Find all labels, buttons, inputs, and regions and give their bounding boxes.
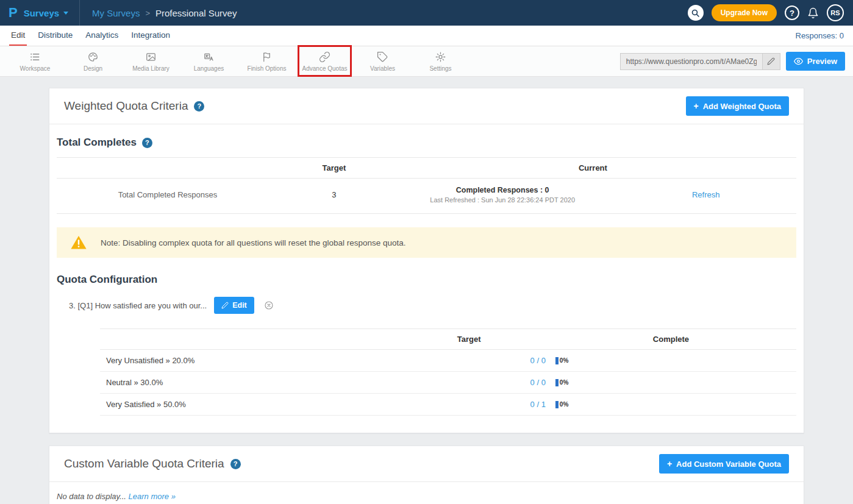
empty-state: No data to display... Learn more » xyxy=(49,482,804,504)
notifications-button[interactable] xyxy=(807,7,819,19)
edit-label: Edit xyxy=(232,301,247,310)
complete-cell: 0% xyxy=(546,357,796,364)
toolbar-item-settings[interactable]: Settings xyxy=(412,51,469,72)
main-tabs: Edit Distribute Analytics Integration Re… xyxy=(0,26,853,46)
target-value: 0 / 0 xyxy=(393,356,546,365)
page-title: Weighted Quota Criteria xyxy=(64,99,188,113)
refresh-cell: Refresh xyxy=(615,190,796,199)
weighted-quota-card: Weighted Quota Criteria ? + Add Weighted… xyxy=(49,88,804,433)
progress-bar xyxy=(555,379,559,386)
media-library-icon xyxy=(145,51,157,63)
toolbar-item-label: Advance Quotas xyxy=(302,65,348,72)
toolbar-item-advance-quotas[interactable]: Advance Quotas xyxy=(296,51,354,72)
column-target: Target xyxy=(393,335,546,344)
current-info: Completed Responses : 0 Last Refreshed :… xyxy=(390,186,616,204)
avatar[interactable]: RS xyxy=(827,4,844,21)
toolbar-item-workspace[interactable]: Workspace xyxy=(6,51,64,72)
table-row: Very Unsatisfied » 20.0% 0 / 0 0% xyxy=(100,350,796,372)
toolbar-item-design[interactable]: Design xyxy=(64,51,122,72)
pencil-square-icon xyxy=(221,302,229,309)
breadcrumb-survey-title: Professional Survey xyxy=(155,8,237,18)
toolbar-item-label: Variables xyxy=(370,65,395,72)
survey-url-field xyxy=(620,53,780,70)
workspace-icon xyxy=(29,51,41,63)
target-value: 3 xyxy=(279,190,390,199)
responses-count: Responses: 0 xyxy=(796,26,853,46)
bell-icon xyxy=(807,7,819,19)
target-value: 0 / 1 xyxy=(393,400,546,409)
languages-icon xyxy=(203,51,215,63)
custom-variable-quota-header: Custom Variable Quota Criteria ? + Add C… xyxy=(49,446,804,482)
answer-label: Neutral » 30.0% xyxy=(100,378,393,387)
learn-more-link[interactable]: Learn more » xyxy=(129,492,176,501)
answer-label: Very Unsatisfied » 20.0% xyxy=(100,356,393,365)
table-header-row: Target Complete xyxy=(100,328,796,350)
section-heading: Quota Configuration xyxy=(57,274,157,286)
tab-analytics[interactable]: Analytics xyxy=(84,26,120,46)
current-cell: Completed Responses : 0 Last Refreshed :… xyxy=(390,186,796,204)
custom-variable-quota-card: Custom Variable Quota Criteria ? + Add C… xyxy=(49,445,804,504)
tab-distribute[interactable]: Distribute xyxy=(36,26,74,46)
section-heading: Custom Variable Quota Criteria xyxy=(64,457,224,470)
quota-configuration-title: Quota Configuration xyxy=(57,274,796,286)
custom-variable-quota-title: Custom Variable Quota Criteria ? xyxy=(64,457,241,470)
questionpro-logo: P xyxy=(9,5,18,21)
help-icon[interactable]: ? xyxy=(194,101,204,112)
column-spacer xyxy=(100,335,393,344)
toolbar-item-label: Media Library xyxy=(132,65,170,72)
tab-integration[interactable]: Integration xyxy=(129,26,172,46)
toolbar-item-variables[interactable]: Variables xyxy=(354,51,412,72)
top-navbar: P Surveys My Surveys > Professional Surv… xyxy=(0,0,853,26)
question-label: 3. [Q1] How satisfied are you with our..… xyxy=(69,301,207,310)
product-name: Surveys xyxy=(24,8,59,18)
survey-url-input[interactable] xyxy=(621,54,762,69)
tab-edit[interactable]: Edit xyxy=(9,26,27,46)
eye-icon xyxy=(794,57,803,66)
toolbar-item-media-library[interactable]: Media Library xyxy=(122,51,180,72)
survey-url-group: Preview xyxy=(620,52,853,71)
column-complete: Complete xyxy=(546,335,796,344)
table-row: Total Completed Responses 3 Completed Re… xyxy=(57,179,796,214)
add-weighted-quota-button[interactable]: + Add Weighted Quota xyxy=(686,96,790,116)
quota-configuration-table: Target Complete Very Unsatisfied » 20.0%… xyxy=(100,328,796,416)
complete-cell: 0% xyxy=(546,401,796,408)
section-heading: Total Completes xyxy=(57,137,137,149)
help-button[interactable]: ? xyxy=(785,5,799,20)
toolbar-item-finish-options[interactable]: Finish Options xyxy=(238,51,296,72)
edit-url-button[interactable] xyxy=(762,54,780,69)
upgrade-button[interactable]: Upgrade Now xyxy=(712,4,777,21)
percent-value: 0% xyxy=(560,401,568,408)
caret-down-icon xyxy=(63,12,68,15)
refresh-link[interactable]: Refresh xyxy=(692,190,720,199)
progress-bar xyxy=(555,357,559,364)
search-icon xyxy=(691,9,700,18)
search-button[interactable] xyxy=(688,5,704,21)
add-custom-variable-quota-button[interactable]: + Add Custom Variable Quota xyxy=(659,454,789,474)
toolbar-item-languages[interactable]: Languages xyxy=(180,51,238,72)
complete-cell: 0% xyxy=(546,379,796,386)
advance-quotas-icon xyxy=(319,51,330,63)
total-completes-section: Total Completes ? Target Current Total C… xyxy=(49,124,804,214)
add-custom-variable-quota-label: Add Custom Variable Quota xyxy=(676,460,781,469)
preview-button[interactable]: Preview xyxy=(786,52,845,71)
product-switcher[interactable]: P Surveys xyxy=(0,0,80,26)
toolbar-item-label: Design xyxy=(84,65,102,72)
settings-icon xyxy=(435,51,446,63)
percent-value: 0% xyxy=(560,357,568,364)
toolbar-item-label: Workspace xyxy=(20,65,51,72)
warning-icon xyxy=(57,234,101,251)
row-label: Total Completed Responses xyxy=(57,190,279,199)
help-icon[interactable]: ? xyxy=(230,459,241,469)
weighted-quota-header: Weighted Quota Criteria ? + Add Weighted… xyxy=(49,88,804,124)
plus-icon: + xyxy=(667,459,672,469)
breadcrumb-my-surveys[interactable]: My Surveys xyxy=(92,8,140,18)
finish-options-icon xyxy=(261,51,273,63)
total-completes-title: Total Completes ? xyxy=(57,137,796,149)
progress-bar xyxy=(555,401,559,408)
breadcrumb: My Surveys > Professional Survey xyxy=(92,8,237,18)
empty-text: No data to display... xyxy=(57,492,126,501)
edit-question-quota-button[interactable]: Edit xyxy=(214,297,254,314)
quota-note-banner: Note: Disabling complex quota for all qu… xyxy=(57,227,796,258)
remove-question-quota-button[interactable] xyxy=(264,300,274,310)
help-icon[interactable]: ? xyxy=(142,138,152,148)
